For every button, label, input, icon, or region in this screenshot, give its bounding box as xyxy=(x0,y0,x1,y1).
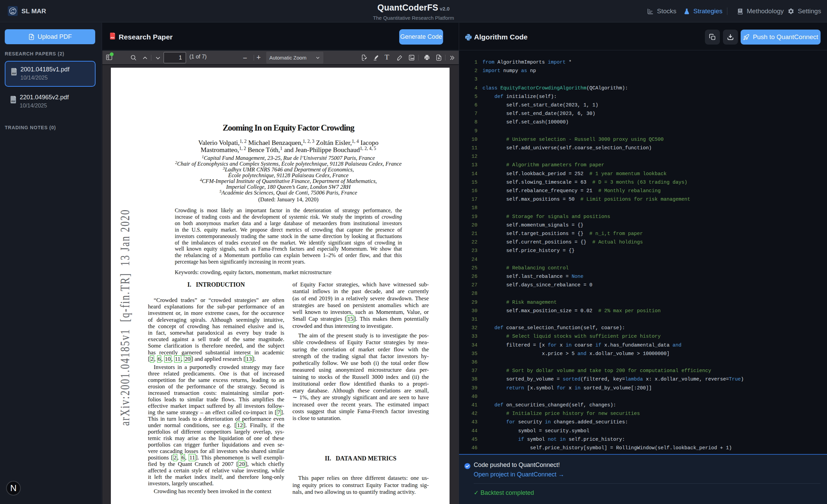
svg-text:PDF: PDF xyxy=(11,100,16,102)
svg-text:PDF: PDF xyxy=(111,37,115,39)
svg-text:PDF: PDF xyxy=(12,72,16,74)
